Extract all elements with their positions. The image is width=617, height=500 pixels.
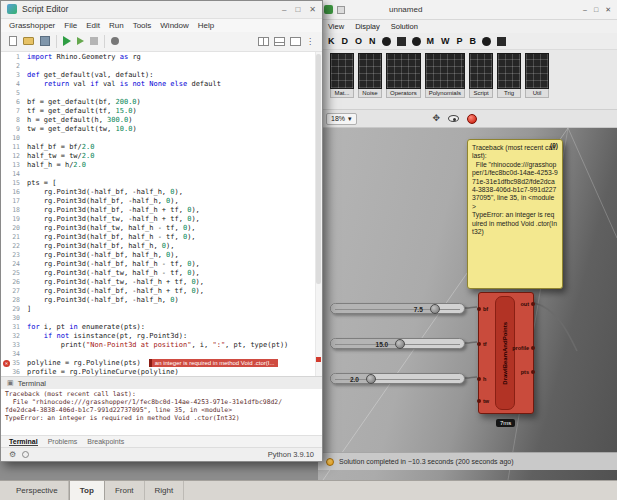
gh-toolbar-button[interactable]: B xyxy=(470,36,477,46)
output-port[interactable]: pts xyxy=(521,367,532,377)
code-line[interactable]: 12half_tw = tw/2.0 xyxy=(1,152,322,161)
code-line[interactable]: 10 xyxy=(1,134,322,143)
wire[interactable] xyxy=(465,307,477,308)
code-line[interactable]: 26 rg.Point3d(-half_tw, -half_h + tf, 0)… xyxy=(1,278,322,287)
code-line[interactable]: 2 xyxy=(1,62,322,71)
input-port[interactable]: h xyxy=(480,374,486,384)
wire[interactable] xyxy=(534,303,577,351)
editor-menu-item[interactable]: Grasshopper xyxy=(9,21,55,30)
line-number-gutter[interactable]: 16 xyxy=(1,188,27,196)
line-number-gutter[interactable]: 36 xyxy=(1,368,27,376)
port-dot-icon[interactable] xyxy=(477,377,481,381)
line-number-gutter[interactable]: 5 xyxy=(1,89,27,97)
palette-group[interactable]: Polynomials xyxy=(425,53,465,109)
editor-menu-item[interactable]: File xyxy=(64,21,77,30)
pan-icon[interactable]: ✥ xyxy=(433,114,441,123)
gh-toolbar-button[interactable]: O xyxy=(355,36,362,46)
code-line[interactable]: 27 rg.Point3d(-half_bf, -half_h + tf, 0)… xyxy=(1,287,322,296)
palette-group[interactable]: Trig xyxy=(497,53,521,109)
palette-group-label[interactable]: Script xyxy=(469,89,493,98)
code-line[interactable]: 23 rg.Point3d(-half_bf, half_h, 0), xyxy=(1,251,322,260)
close-button[interactable]: ✕ xyxy=(309,5,316,14)
code-line[interactable]: 4 return val if val is not None else def… xyxy=(1,80,322,89)
palette-group-label[interactable]: Util xyxy=(525,89,549,98)
input-port[interactable]: tf xyxy=(480,339,487,349)
wire[interactable] xyxy=(465,342,477,343)
zoom-dropdown[interactable]: 18% ▾ xyxy=(326,113,357,125)
line-number-gutter[interactable]: 29 xyxy=(1,305,27,313)
code-line[interactable]: 16 rg.Point3d(-half_bf, -half_h, 0), xyxy=(1,188,322,197)
line-number-gutter[interactable]: 12 xyxy=(1,152,27,160)
code-line[interactable]: 20 rg.Point3d(half_tw, half_h - tf, 0), xyxy=(1,224,322,233)
line-number-gutter[interactable]: 1 xyxy=(1,53,27,61)
gh-toolbar-button[interactable]: K xyxy=(328,36,335,46)
code-line[interactable]: 6bf = get_default(bf, 200.0) xyxy=(1,98,322,107)
line-number-gutter[interactable]: 19 xyxy=(1,215,27,223)
status-circle-icon[interactable] xyxy=(22,451,29,458)
port-dot-icon[interactable] xyxy=(477,342,481,346)
gh-canvas[interactable]: 7.5 15.0 2.0 (0) Traceback (most recent … xyxy=(318,128,617,480)
line-number-gutter[interactable]: 21 xyxy=(1,233,27,241)
code-line[interactable]: 29] xyxy=(1,305,322,314)
code-line[interactable]: ✕35polyline = rg.Polyline(pts)an integer… xyxy=(1,359,322,368)
gh-toolbar-circle-icon[interactable] xyxy=(482,37,491,46)
gh-toolbar-circle-icon[interactable] xyxy=(412,37,421,46)
line-number-gutter[interactable]: 4 xyxy=(1,80,27,88)
gh-toolbar-button[interactable]: W xyxy=(441,36,450,46)
code-line[interactable]: 11half_bf = bf/2.0 xyxy=(1,143,322,152)
port-dot-icon[interactable] xyxy=(531,346,535,350)
code-line[interactable]: 5 xyxy=(1,89,322,98)
port-dot-icon[interactable] xyxy=(477,399,481,403)
gh-toolbar-square-icon[interactable] xyxy=(497,37,506,46)
gh-slider[interactable]: 7.5 xyxy=(330,303,465,314)
palette-group[interactable]: Script xyxy=(469,53,493,109)
palette-group-label[interactable]: Operators xyxy=(386,89,421,98)
port-dot-icon[interactable] xyxy=(477,307,481,311)
port-dot-icon[interactable] xyxy=(531,302,535,306)
viewport-tab[interactable]: Perspective xyxy=(6,481,69,500)
line-number-gutter[interactable]: 20 xyxy=(1,224,27,232)
gh-titlebar[interactable]: unnamed – □ ✕ xyxy=(318,0,617,20)
code-line[interactable]: 28 rg.Point3d(-half_bf, -half_h, 0) xyxy=(1,296,322,305)
code-line[interactable]: 14 xyxy=(1,170,322,179)
line-number-gutter[interactable]: 23 xyxy=(1,251,27,259)
line-number-gutter[interactable]: 17 xyxy=(1,197,27,205)
palette-group[interactable]: Noise xyxy=(358,53,382,109)
line-number-gutter[interactable]: 8 xyxy=(1,116,27,124)
palette-group-label[interactable]: Polynomials xyxy=(425,89,465,98)
scrollbar-thumb[interactable] xyxy=(316,54,321,284)
code-line[interactable]: 3def get_default(val, default): xyxy=(1,71,322,80)
gh-menu-item[interactable]: Display xyxy=(355,22,380,31)
line-number-gutter[interactable]: 15 xyxy=(1,179,27,187)
line-number-gutter[interactable]: 10 xyxy=(1,134,27,142)
line-number-gutter[interactable]: 7 xyxy=(1,107,27,115)
palette-icons-grid[interactable] xyxy=(525,53,549,89)
editor-menu-item[interactable]: Edit xyxy=(86,21,100,30)
slider-knob[interactable] xyxy=(366,374,376,384)
editor-menu-item[interactable]: Window xyxy=(160,21,188,30)
line-number-gutter[interactable]: 25 xyxy=(1,269,27,277)
line-number-gutter[interactable]: 18 xyxy=(1,206,27,214)
palette-icons-grid[interactable] xyxy=(469,53,493,89)
editor-titlebar[interactable]: Script Editor – □ ✕ xyxy=(1,1,322,19)
gh-menu-item[interactable]: Solution xyxy=(391,22,418,31)
line-number-gutter[interactable]: 31 xyxy=(1,323,27,331)
palette-group[interactable]: Operators xyxy=(386,53,421,109)
panel-layout-icon[interactable] xyxy=(290,37,301,46)
gh-toolbar-button[interactable]: M xyxy=(427,36,435,46)
line-number-gutter[interactable]: ✕35 xyxy=(1,359,27,367)
line-number-gutter[interactable]: 30 xyxy=(1,314,27,322)
palette-icons-grid[interactable] xyxy=(497,53,521,89)
line-number-gutter[interactable]: 34 xyxy=(1,350,27,358)
more-icon[interactable]: ⋮ xyxy=(306,37,314,46)
code-line[interactable]: 34 xyxy=(1,350,322,359)
code-line[interactable]: 8h = get_default(h, 300.0) xyxy=(1,116,322,125)
viewport-tab[interactable]: Front xyxy=(105,481,145,500)
gh-close-button[interactable]: ✕ xyxy=(605,6,611,14)
output-port[interactable]: profile xyxy=(512,343,532,353)
gear-icon[interactable]: ⚙ xyxy=(9,450,16,459)
gh-maximize-button[interactable]: □ xyxy=(594,6,598,14)
component-name-capsule[interactable]: DrawIBeamAndPoints xyxy=(495,296,515,410)
terminal-tab[interactable]: Terminal xyxy=(9,438,38,446)
debug-run-icon[interactable] xyxy=(77,37,84,45)
